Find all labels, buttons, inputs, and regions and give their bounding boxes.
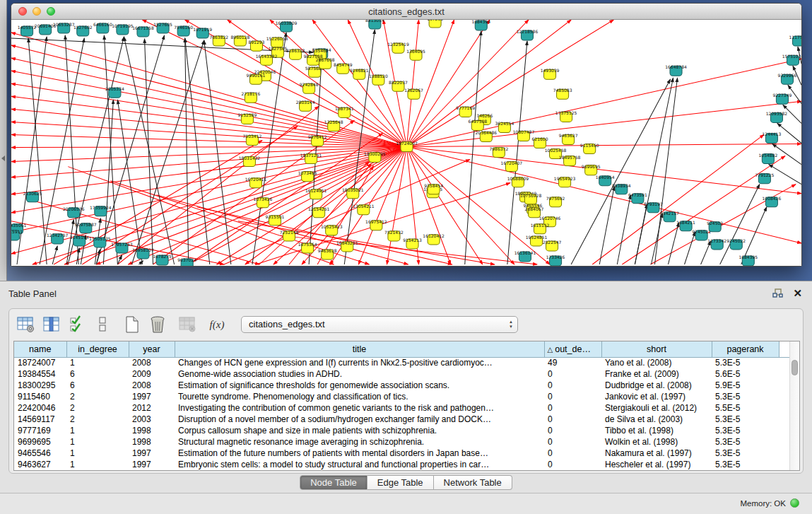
table-cell[interactable]: 9465546 — [14, 448, 66, 459]
table-cell[interactable]: Franke et al. (2009) — [601, 368, 712, 380]
select-all-icon[interactable] — [66, 313, 88, 336]
table-cell[interactable]: 1997 — [129, 448, 175, 459]
table-row[interactable]: 911546021997Tourette syndrome. Phenomeno… — [14, 391, 793, 402]
table-row[interactable]: 1830029562008Estimation of significance … — [14, 380, 793, 391]
table-row[interactable]: 946554611997Estimation of the future num… — [14, 448, 793, 459]
table-cell[interactable]: 1998 — [129, 425, 175, 436]
collapse-arrow-icon[interactable] — [1, 156, 5, 161]
table-cell[interactable]: 19384554 — [14, 368, 66, 380]
delete-table-icon[interactable] — [176, 313, 199, 336]
table-cell[interactable]: Wolkin et al. (1998) — [601, 436, 712, 448]
table-row[interactable]: 977716911998Corpus callosum shape and si… — [14, 425, 793, 436]
table-cell[interactable]: 2009 — [129, 368, 175, 380]
table-cell[interactable]: 14569117 — [14, 414, 66, 425]
table-cell[interactable]: 2 — [66, 414, 129, 425]
table-cell[interactable]: 0 — [544, 459, 601, 470]
table-cell[interactable]: 5.3E-5 — [712, 448, 779, 459]
table-scrollbar-thumb[interactable] — [792, 360, 798, 375]
tab-edge-table[interactable]: Edge Table — [367, 475, 434, 490]
citation-network-graph[interactable]: 1405572206914061065328715276026466160107… — [11, 20, 801, 266]
table-cell[interactable]: 0 — [544, 402, 601, 414]
table-cell[interactable]: Tibbo et al. (1998) — [601, 425, 712, 436]
table-cell[interactable]: 2 — [66, 402, 129, 414]
table-cell[interactable]: Estimation of significance thresholds fo… — [175, 380, 544, 391]
table-cell[interactable]: 0 — [544, 368, 601, 380]
table-cell[interactable]: 1 — [66, 425, 129, 436]
table-cell[interactable]: 5.9E-5 — [712, 380, 779, 391]
column-visibility-icon[interactable] — [40, 313, 63, 336]
column-header-name[interactable]: name — [14, 341, 66, 357]
table-cell[interactable]: 0 — [544, 436, 601, 448]
table-cell[interactable]: 1 — [66, 436, 129, 448]
table-row[interactable]: 1872400712008Changes of HCN gene express… — [14, 357, 793, 368]
table-row[interactable]: 969969511998Structural magnetic resonanc… — [14, 436, 793, 448]
table-cell[interactable]: Corpus callosum shape and size in male p… — [175, 425, 544, 436]
table-cell[interactable]: 9699695 — [14, 436, 66, 448]
delete-column-icon[interactable] — [146, 313, 169, 336]
table-cell[interactable]: Embryonic stem cells: a model to study s… — [175, 459, 544, 470]
close-panel-icon[interactable]: ✕ — [793, 288, 802, 299]
table-cell[interactable]: 1997 — [129, 459, 175, 470]
table-cell[interactable]: 1 — [66, 448, 129, 459]
table-scrollbar[interactable] — [789, 341, 799, 470]
column-header-out_de[interactable]: △out_de… — [544, 341, 601, 357]
table-cell[interactable]: Nakamura et al. (1997) — [601, 448, 712, 459]
column-header-pagerank[interactable]: pagerank — [712, 341, 779, 357]
table-cell[interactable]: 5.3E-5 — [712, 459, 779, 470]
table-cell[interactable]: 5.3E-5 — [712, 357, 779, 368]
column-header-short[interactable]: short — [601, 341, 712, 357]
table-cell[interactable]: 5.6E-5 — [712, 368, 779, 380]
table-cell[interactable]: Jankovic et al. (1997) — [601, 391, 712, 402]
table-cell[interactable]: 9115460 — [14, 391, 66, 402]
table-cell[interactable]: Dudbridge et al. (2008) — [601, 380, 712, 391]
table-cell[interactable]: 0 — [544, 448, 601, 459]
table-cell[interactable]: 0 — [544, 391, 601, 402]
table-cell[interactable]: Hescheler et al. (1997) — [601, 459, 712, 470]
window-titlebar[interactable]: citations_edges.txt — [11, 4, 801, 20]
network-canvas[interactable]: 1405572206914061065328715276026466160107… — [11, 20, 801, 266]
table-cell[interactable]: Genome-wide association studies in ADHD. — [175, 368, 544, 380]
table-row[interactable]: 946362711997Embryonic stem cells: a mode… — [14, 459, 793, 470]
table-cell[interactable]: Yano et al. (2008) — [601, 357, 712, 368]
table-cell[interactable]: 9777169 — [14, 425, 66, 436]
table-cell[interactable]: 1 — [66, 357, 129, 368]
table-cell[interactable]: 2008 — [129, 380, 175, 391]
table-cell[interactable]: Disruption of a novel member of a sodium… — [175, 414, 544, 425]
tab-network-table[interactable]: Network Table — [434, 475, 512, 490]
table-row[interactable]: 2242004622012Investigating the contribut… — [14, 402, 793, 414]
table-cell[interactable]: 5.3E-5 — [712, 414, 779, 425]
tab-node-table[interactable]: Node Table — [300, 475, 367, 490]
table-cell[interactable]: Changes of HCN gene expression and I(f) … — [175, 357, 544, 368]
table-cell[interactable]: 2 — [66, 391, 129, 402]
column-header-in_degree[interactable]: in_degree — [66, 341, 129, 357]
table-cell[interactable]: Structural magnetic resonance image aver… — [175, 436, 544, 448]
table-cell[interactable]: 5.3E-5 — [712, 391, 779, 402]
table-cell[interactable]: 2008 — [129, 357, 175, 368]
rows-icon[interactable] — [91, 313, 114, 336]
table-cell[interactable]: 1998 — [129, 436, 175, 448]
table-cell[interactable]: 5.3E-5 — [712, 425, 779, 436]
table-settings-icon[interactable] — [15, 313, 37, 336]
table-row[interactable]: 1938455462009Genome-wide association stu… — [14, 368, 793, 380]
table-cell[interactable]: Stergiakouli et al. (2012) — [601, 402, 712, 414]
table-cell[interactable]: Investigating the contribution of common… — [175, 402, 544, 414]
table-cell[interactable]: 0 — [544, 414, 601, 425]
table-row[interactable]: 1456911722003Disruption of a novel membe… — [14, 414, 793, 425]
table-cell[interactable]: 2012 — [129, 402, 175, 414]
table-cell[interactable]: 6 — [66, 368, 129, 380]
table-source-select[interactable]: citations_edges.txt ▲▼ — [241, 316, 518, 333]
float-panel-icon[interactable] — [772, 288, 783, 298]
table-cell[interactable]: 5.3E-5 — [712, 436, 779, 448]
table-cell[interactable]: 1997 — [129, 391, 175, 402]
table-cell[interactable]: 0 — [544, 380, 601, 391]
new-table-icon[interactable] — [121, 313, 143, 336]
table-cell[interactable]: de Silva et al. (2003) — [601, 414, 712, 425]
table-cell[interactable]: 5.5E-5 — [712, 402, 779, 414]
table-cell[interactable]: 18300295 — [14, 380, 66, 391]
column-header-year[interactable]: year — [129, 341, 175, 357]
table-cell[interactable]: 2003 — [129, 414, 175, 425]
function-builder-icon[interactable]: f(x) — [206, 313, 228, 336]
table-cell[interactable]: 1 — [66, 459, 129, 470]
table-cell[interactable]: 18724007 — [14, 357, 66, 368]
table-cell[interactable]: 6 — [66, 380, 129, 391]
